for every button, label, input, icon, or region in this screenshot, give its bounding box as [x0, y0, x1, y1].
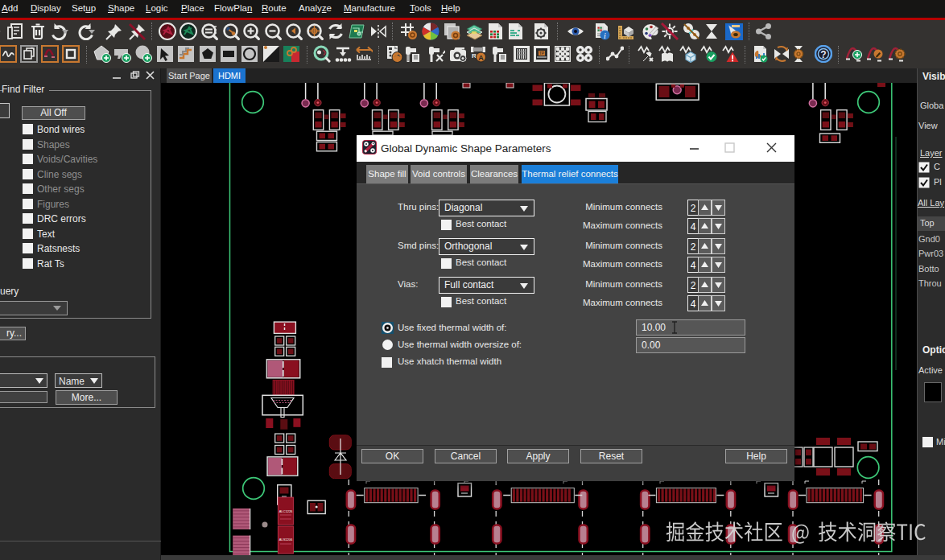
svg-text:A: A — [478, 54, 484, 62]
svg-text:i: i — [604, 31, 606, 40]
svg-text:ALS1206: ALS1206 — [279, 537, 293, 541]
svg-text:?: ? — [820, 49, 826, 60]
svg-text:ALC1226: ALC1226 — [279, 509, 293, 513]
svg-text:TP: TP — [539, 51, 545, 56]
